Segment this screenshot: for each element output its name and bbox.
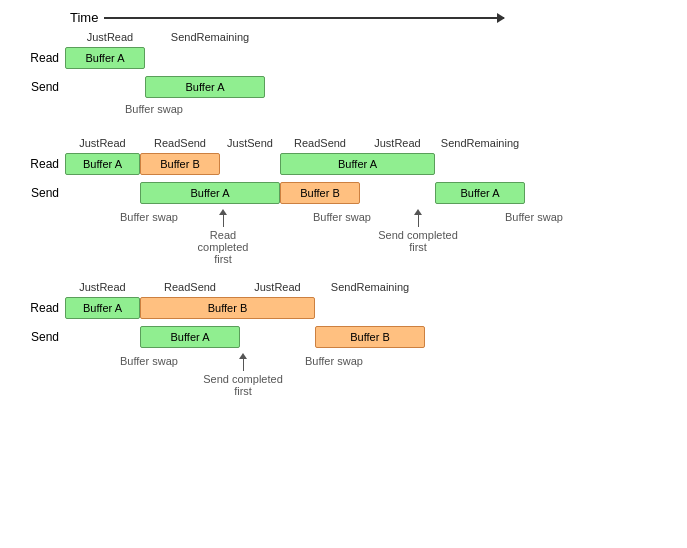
buffer-swap-annot-1: Buffer swap (125, 103, 183, 115)
read-label-1: Read (10, 51, 65, 65)
phases-row-1: JustRead SendRemaining (70, 31, 677, 43)
phase-sendremaining-2: SendRemaining (435, 137, 525, 149)
buffer-a-send-2: Buffer A (140, 182, 280, 204)
buffer-a-read-2b: Buffer A (280, 153, 435, 175)
buffer-a-send-2b: Buffer A (435, 182, 525, 204)
phase-justread-2b: JustRead (360, 137, 435, 149)
time-arrow (104, 17, 504, 19)
phase-justread-3a: JustRead (65, 281, 140, 293)
send-label-3: Send (10, 330, 65, 344)
send-label-1: Send (10, 80, 65, 94)
arrow-read-completed (219, 209, 227, 227)
phase-sendremaining-1: SendRemaining (150, 31, 270, 43)
phase-sendremaining-3: SendRemaining (315, 281, 425, 293)
send-completed-first-label-3: Send completedfirst (203, 373, 283, 397)
buffer-swap-annot-2b: Buffer swap (313, 211, 371, 223)
annotations-1: Buffer swap (65, 103, 677, 123)
buffer-b-read-3: Buffer B (140, 297, 315, 319)
phases-row-2: JustRead ReadSend JustSend ReadSend Just… (65, 137, 677, 149)
phase-justread-1: JustRead (70, 31, 150, 43)
phase-readsend-2a: ReadSend (140, 137, 220, 149)
arrow-send-completed (414, 209, 422, 227)
phase-justread-3b: JustRead (240, 281, 315, 293)
diagram-1: JustRead SendRemaining Read Buffer A Sen… (10, 31, 677, 123)
phase-readsend-2b: ReadSend (280, 137, 360, 149)
buffer-swap-annot-2a: Buffer swap (120, 211, 178, 223)
phase-justsend-2: JustSend (220, 137, 280, 149)
send-row-1: Send Buffer A (10, 74, 677, 100)
arrow-send-completed-3 (239, 353, 247, 371)
buffer-b-read-2: Buffer B (140, 153, 220, 175)
read-completed-first-label: Read completedfirst (183, 229, 263, 265)
send-row-3: Send Buffer A Buffer B (10, 324, 677, 350)
diagram-3: JustRead ReadSend JustRead SendRemaining… (10, 281, 677, 411)
buffer-swap-annot-3a: Buffer swap (120, 355, 178, 367)
send-completed-first-label-2: Send completedfirst (378, 229, 458, 253)
buffer-b-send-2: Buffer B (280, 182, 360, 204)
annotations-3: Buffer swap Send completedfirst Buffer s… (65, 353, 677, 411)
buffer-a-send-1: Buffer A (145, 76, 265, 98)
annotations-2: Buffer swap Read completedfirst Buffer s… (65, 209, 677, 267)
read-row-1: Read Buffer A (10, 45, 677, 71)
phase-justread-2a: JustRead (65, 137, 140, 149)
phases-row-3: JustRead ReadSend JustRead SendRemaining (65, 281, 677, 293)
buffer-a-read-2: Buffer A (65, 153, 140, 175)
diagram-2: JustRead ReadSend JustSend ReadSend Just… (10, 137, 677, 267)
phase-readsend-3: ReadSend (140, 281, 240, 293)
buffer-swap-annot-2c: Buffer swap (505, 211, 563, 223)
buffer-a-send-3: Buffer A (140, 326, 240, 348)
send-label-2: Send (10, 186, 65, 200)
read-label-2: Read (10, 157, 65, 171)
read-row-3: Read Buffer A Buffer B (10, 295, 677, 321)
buffer-a-read-1: Buffer A (65, 47, 145, 69)
buffer-a-read-3: Buffer A (65, 297, 140, 319)
read-label-3: Read (10, 301, 65, 315)
time-label: Time (70, 10, 98, 25)
send-row-2: Send Buffer A Buffer B Buffer A (10, 180, 677, 206)
read-row-2: Read Buffer A Buffer B Buffer A (10, 151, 677, 177)
buffer-b-send-3: Buffer B (315, 326, 425, 348)
buffer-swap-annot-3b: Buffer swap (305, 355, 363, 367)
